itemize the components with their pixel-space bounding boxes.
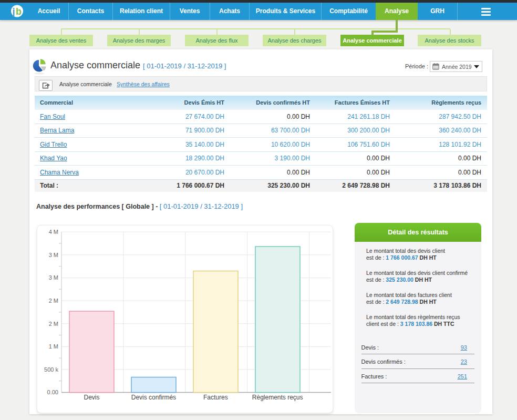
svg-text:Devis: Devis	[84, 394, 99, 401]
svg-text:Règlements reçus: Règlements reçus	[252, 394, 303, 401]
svg-text:4 M: 4 M	[49, 229, 58, 235]
svg-text:2 M: 2 M	[49, 321, 58, 327]
svg-text:3 M: 3 M	[49, 274, 58, 281]
svg-text:0.00: 0.00	[47, 389, 58, 395]
svg-text:2 M: 2 M	[49, 298, 58, 304]
svg-text:Factures: Factures	[203, 394, 228, 401]
svg-text:500 k: 500 k	[44, 366, 58, 373]
svg-text:Devis confirmés: Devis confirmés	[131, 394, 176, 401]
svg-text:j: j	[12, 6, 15, 17]
svg-text:3 M: 3 M	[49, 252, 58, 258]
svg-text:b: b	[16, 6, 22, 17]
svg-text:1 M: 1 M	[49, 343, 58, 350]
